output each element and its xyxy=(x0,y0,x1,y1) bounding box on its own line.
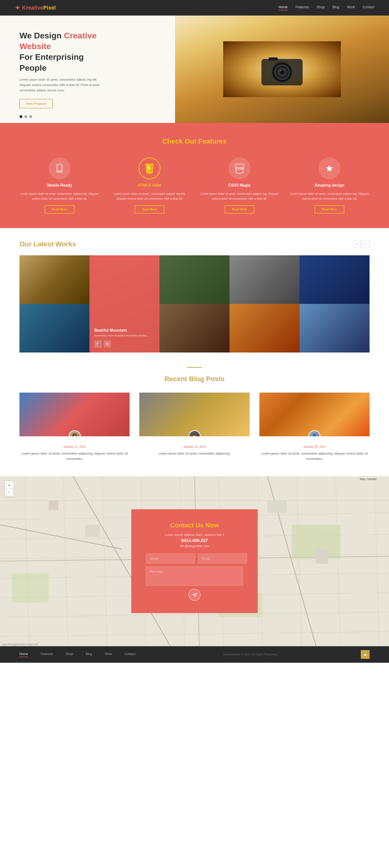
works-title-highlight: Works xyxy=(55,240,76,248)
blog-text-2: Lorem ipsum dolor sit amet, consectetur … xyxy=(139,451,249,456)
feature-html5-icon: 5 xyxy=(139,157,160,179)
hero-camera-svg xyxy=(223,16,341,123)
nav-home[interactable]: Home xyxy=(279,5,288,10)
feature-html5-desc: Lorem ipsum dolor sit amet, consectetur … xyxy=(110,191,190,202)
footer-nav-contact[interactable]: Contact xyxy=(125,652,136,657)
hero-headline: We Design Creative Website For Enterpris… xyxy=(20,30,107,73)
feature-css3-desc: Lorem ipsum dolor sit amet, consectetur … xyxy=(199,191,279,202)
contact-name-input[interactable] xyxy=(146,554,195,564)
blog-img-1: 👩 xyxy=(20,393,129,436)
feature-html5-title: HTML5 Valid xyxy=(138,183,161,188)
works-section: Our Latest Works ‹ › Beatiful Mountain S… xyxy=(0,228,389,352)
blog-grid: 👩 January 11, 2014 Lorem ipsum dolor sit… xyxy=(20,393,369,462)
hero-image xyxy=(175,16,389,123)
featured-title: Beatiful Mountain xyxy=(94,328,155,333)
works-title: Our Latest Works xyxy=(20,240,76,248)
main-nav: Home Features Shop Blog Work Contact xyxy=(279,5,375,10)
footer-nav-home[interactable]: Home xyxy=(20,652,28,657)
svg-rect-45 xyxy=(316,549,328,564)
contact-overlay: Contact Us Now Lorem ipsum address line1… xyxy=(131,509,258,613)
works-header: Our Latest Works ‹ › xyxy=(20,240,369,248)
features-title-normal: Check Out xyxy=(162,137,197,145)
view-projects-button[interactable]: View Projects xyxy=(20,99,53,108)
blog-section: Recent Blog Posts 👩 January 11, 2014 Lor… xyxy=(0,352,389,476)
footer-nav-features[interactable]: Features xyxy=(40,652,53,657)
works-grid: Beatiful Mountain Something more beautif… xyxy=(20,255,369,352)
blog-card-1: 👩 January 11, 2014 Lorem ipsum dolor sit… xyxy=(20,393,129,462)
nav-work[interactable]: Work xyxy=(347,5,355,10)
svg-rect-46 xyxy=(267,500,287,513)
svg-rect-43 xyxy=(49,500,58,510)
work-item-5[interactable] xyxy=(300,255,369,304)
feature-html5: 5 HTML5 Valid Lorem ipsum dolor sit amet… xyxy=(110,157,190,214)
contact-email: info@elegantblc.com xyxy=(146,544,243,548)
footer-nav-blog[interactable]: Blog xyxy=(86,652,92,657)
section-divider xyxy=(187,367,202,368)
blog-text-1: Lorem ipsum dolor sit amet, consectetur … xyxy=(20,451,129,462)
hero-headline-line2: For Enterprising People xyxy=(20,52,84,72)
footer-nav: Home Features Shop Blog Work Contact xyxy=(20,652,140,657)
svg-rect-7 xyxy=(269,58,278,61)
contact-message-input[interactable] xyxy=(146,566,243,586)
svg-text:Map | Satellite: Map | Satellite xyxy=(360,477,377,480)
contact-form xyxy=(146,554,243,586)
works-nav: ‹ › xyxy=(353,240,369,248)
hero-headline-normal: We Design xyxy=(20,31,64,40)
footer-nav-shop[interactable]: Shop xyxy=(66,652,73,657)
map-section: www.henrygachristiancolege.com Map | Sat… xyxy=(0,476,389,646)
feature-mobile-title: Mobile Ready xyxy=(47,183,72,188)
nav-blog[interactable]: Blog xyxy=(332,5,339,10)
nav-contact[interactable]: Contact xyxy=(363,5,375,10)
work-item-6[interactable] xyxy=(20,304,89,352)
features-title-highlight: Features xyxy=(199,137,227,145)
blog-title: Recent Blog Posts xyxy=(20,375,369,383)
feature-mobile-cta[interactable]: Read More xyxy=(45,205,74,214)
logo-pixel: Pixel xyxy=(43,5,56,11)
feature-mobile-ready: Mobile Ready Lorem ipsum dolor sit amet,… xyxy=(20,157,100,214)
featured-link-btn[interactable]: ⧉ xyxy=(103,340,111,348)
footer-nav-work[interactable]: Work xyxy=(104,652,112,657)
feature-css3-cta[interactable]: Read More xyxy=(225,205,254,214)
svg-text:CSS3: CSS3 xyxy=(236,167,243,170)
blog-avatar-3: 👤 xyxy=(308,430,321,436)
logo-icon: ✦ xyxy=(14,4,20,12)
work-item-9[interactable] xyxy=(300,304,369,352)
feature-design-cta[interactable]: Read More xyxy=(315,205,344,214)
contact-submit-button[interactable] xyxy=(188,589,201,601)
back-to-top-button[interactable]: ▲ xyxy=(361,650,369,659)
blog-date-3: January 09, 2014 xyxy=(260,445,369,448)
star-icon: ★ xyxy=(325,163,334,174)
hero-body: Lorem ipsum dolor sit amet, consectetur … xyxy=(20,77,107,93)
blog-date-2: January 10, 2014 xyxy=(139,445,249,448)
feature-mobile-desc: Lorem ipsum dolor sit amet, consectetur … xyxy=(20,191,100,202)
blog-title-normal: Recent xyxy=(164,375,187,383)
works-next-button[interactable]: › xyxy=(362,240,369,248)
hero-section: We Design Creative Website For Enterpris… xyxy=(0,16,389,123)
feature-design-desc: Lorem ipsum dolor sit amet, consectetur … xyxy=(289,191,369,202)
feature-html5-cta[interactable]: Read More xyxy=(135,205,164,214)
blog-title-highlight: Blog Posts xyxy=(189,375,225,383)
contact-phone: 0414.459.237 xyxy=(146,538,243,543)
avatar-inner-1: 👩 xyxy=(69,431,80,436)
work-item-featured[interactable]: Beatiful Mountain Something more beautif… xyxy=(89,255,159,352)
avatar-inner-2: 👨 xyxy=(189,431,200,436)
work-item-1[interactable] xyxy=(20,255,89,304)
blog-date-1: January 11, 2014 xyxy=(20,445,129,448)
svg-rect-8 xyxy=(57,164,62,172)
feature-mobile-icon xyxy=(49,157,70,179)
nav-shop[interactable]: Shop xyxy=(317,5,325,10)
work-item-8[interactable] xyxy=(230,304,300,352)
work-item-4[interactable] xyxy=(230,255,300,304)
works-prev-button[interactable]: ‹ xyxy=(353,240,361,248)
features-section: Check Out Features Mobile Ready Lorem ip… xyxy=(0,123,389,228)
work-item-7[interactable] xyxy=(159,304,230,352)
featured-search-btn[interactable]: 🔍 xyxy=(94,340,101,348)
featured-overlay: Beatiful Mountain Something more beautif… xyxy=(89,255,159,352)
nav-features[interactable]: Features xyxy=(295,5,309,10)
map-zoom-out[interactable]: − xyxy=(6,489,13,496)
map-zoom-in[interactable]: + xyxy=(6,482,13,489)
work-item-3[interactable] xyxy=(159,255,230,304)
contact-email-input[interactable] xyxy=(198,554,247,564)
css3-svg: CSS3 xyxy=(234,163,245,174)
feature-css3-title: CSS3 Magic xyxy=(228,183,251,188)
